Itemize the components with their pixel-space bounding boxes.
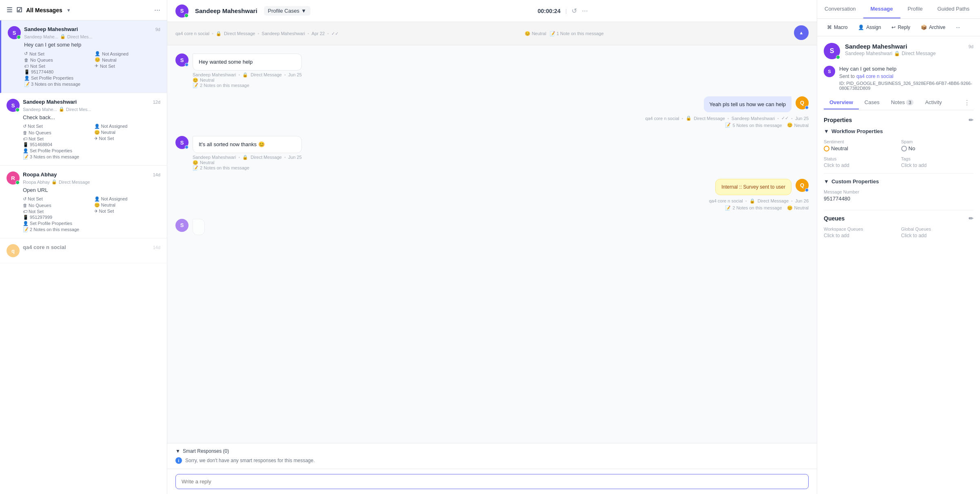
msg-notes[interactable]: 📝2 Notes on this message: [193, 83, 302, 88]
macro-label: Macro: [834, 24, 847, 30]
chat-header-name: Sandeep Maheshwari: [195, 7, 257, 14]
macro-icon: ⌘: [827, 24, 832, 30]
queues-edit-icon[interactable]: ✏: [969, 215, 973, 222]
right-panel: Conversation Message Profile Guided Path…: [817, 0, 980, 494]
smart-responses-toggle[interactable]: ▼ Smart Responses (0): [175, 448, 809, 454]
prop-status: Status Click to add: [824, 156, 896, 168]
status-value[interactable]: Click to add: [824, 162, 896, 168]
message-item: S: [175, 219, 809, 235]
checkbox-icon[interactable]: ☑: [16, 6, 22, 14]
tab-message[interactable]: Message: [863, 0, 900, 18]
conv-name: Sandeep Maheshwari: [24, 26, 78, 32]
archive-button[interactable]: 📦 Archive: [916, 22, 950, 33]
msg-meta: Sandeep Maheshwari • 🔒 Direct Message • …: [193, 72, 302, 78]
info-icon: i: [175, 457, 182, 464]
smart-responses-message: Sorry, we don't have any smart responses…: [185, 458, 315, 463]
user-id: ID: PID_GOOGLE_BUSINESS_326_5928EFB6-6FB…: [839, 81, 973, 91]
workflow-properties-title[interactable]: ▼ Workflow Properties: [824, 128, 973, 134]
more-button[interactable]: ···: [951, 22, 965, 33]
prop-global-queues: Global Queues Click to add: [901, 227, 974, 238]
read-checkmark: ✓✓: [331, 31, 339, 36]
custom-props-list: Message Number 951774480: [824, 189, 973, 202]
msg-notes[interactable]: 📝5 Notes on this message: [725, 122, 782, 128]
chat-header: S Sandeep Maheshwari Profile Cases ▼ 00:…: [167, 0, 817, 22]
conversation-item[interactable]: q qa4 core n social 14d: [0, 238, 167, 263]
global-queues-value[interactable]: Click to add: [901, 233, 974, 238]
workflow-props-grid: Sentiment Neutral Spam No: [824, 139, 973, 168]
msg-channel: Direct Message: [758, 198, 789, 203]
tab-profile[interactable]: Profile: [900, 0, 930, 18]
conv-time: 14d: [153, 245, 160, 250]
profile-cases-dropdown[interactable]: Profile Cases ▼: [264, 6, 310, 16]
profile-cases-label: Profile Cases: [268, 8, 299, 14]
sidebar: ☰ ☑ All Messages ▼ ··· S Sandeep Maheshw…: [0, 0, 167, 494]
reply-input[interactable]: [175, 474, 809, 489]
sentiment-label: 😊 Neutral: [525, 31, 546, 36]
tab-activity[interactable]: Activity: [919, 96, 947, 109]
tab-guided-paths[interactable]: Guided Paths: [930, 0, 977, 18]
dropdown-arrow-icon[interactable]: ▼: [67, 8, 71, 13]
tags-value[interactable]: Click to add: [901, 162, 974, 168]
archive-label: Archive: [929, 24, 945, 30]
conv-meta-phone: 📱 951774480: [24, 69, 90, 75]
msg-date: Jun 25: [795, 116, 809, 121]
lock-icon: 🔒: [60, 34, 66, 39]
assign-icon: 👤: [858, 24, 864, 30]
section-tabs-more[interactable]: ⋮: [960, 96, 973, 110]
custom-properties-title[interactable]: ▼ Custom Properties: [824, 178, 973, 185]
smart-responses-panel: ▼ Smart Responses (0) i Sorry, we don't …: [167, 443, 817, 469]
msg-bubble: Hey wanted some help: [193, 53, 302, 71]
timer: 00:00:24: [538, 8, 561, 14]
workspace-queues-value[interactable]: Click to add: [824, 233, 896, 238]
prop-spam: Spam No: [901, 139, 974, 151]
conversation-item[interactable]: S Sandeep Maheshwari 9d Sandeep Mahe... …: [0, 20, 167, 93]
conversation-item[interactable]: S Sandeep Maheshwari 12d Sandeep Mahe...…: [0, 93, 167, 166]
refresh-icon[interactable]: ↺: [572, 7, 577, 15]
sent-to-link[interactable]: qa4 core n social: [856, 73, 894, 79]
msg-content: Yeah pls tell us how we can help: [704, 96, 792, 113]
scroll-to-top-button[interactable]: ▲: [794, 25, 809, 40]
user-info-header: S Sandeep Maheshwari 9d Sandeep Maheshwa…: [824, 43, 973, 59]
separator: [824, 210, 973, 210]
msg-sentiment: 😊Neutral: [787, 205, 809, 211]
channel-label: Direct Message: [224, 31, 255, 36]
conv-meta-tag: 🏷 Not Set: [24, 63, 90, 69]
chat-header-center: 00:00:24 | ↺ ···: [317, 7, 809, 15]
prop-message-number: Message Number 951774480: [824, 189, 973, 202]
tab-cases[interactable]: Cases: [859, 96, 885, 109]
conv-meta-sentiment: 😊 Neutral: [95, 57, 160, 62]
menu-icon[interactable]: ☰: [7, 6, 12, 14]
msg-notes[interactable]: 📝2 Notes on this message: [725, 205, 782, 211]
msg-date: Jun 25: [288, 155, 302, 160]
conv-name: Sandeep Maheshwari: [23, 99, 77, 105]
lock-small-icon: 🔒: [216, 31, 222, 36]
prop-workspace-queues: Workspace Queues Click to add: [824, 227, 896, 238]
msg-sentiment: 😊Neutral: [193, 160, 302, 165]
msg-channel: Direct Message: [251, 72, 282, 77]
msg-notes[interactable]: 📝2 Notes on this message: [193, 165, 302, 171]
conv-sub: Sandeep Mahe... 🔒 Direct Mes...: [23, 107, 160, 112]
dropdown-icon: ▼: [301, 8, 306, 14]
msg-text: Internal :: Survey sent to user: [721, 184, 785, 190]
chat-area: S Sandeep Maheshwari Profile Cases ▼ 00:…: [167, 0, 817, 494]
tab-overview[interactable]: Overview: [824, 96, 859, 109]
conversation-item[interactable]: R Roopa Abhay 14d Roopa Abhay 🔒 Direct M…: [0, 166, 167, 238]
tab-notes[interactable]: Notes 3: [885, 96, 920, 109]
tab-conversation[interactable]: Conversation: [817, 0, 863, 18]
channel-badge: [805, 106, 809, 109]
reply-button[interactable]: ↩ Reply: [887, 22, 915, 33]
source-name: qa4 core n social: [175, 31, 209, 36]
properties-edit-icon[interactable]: ✏: [969, 117, 973, 123]
more-icon: ···: [956, 24, 960, 30]
conv-sub: Roopa Abhay 🔒 Direct Message: [23, 179, 160, 185]
chat-top-bar: qa4 core n social • 🔒 Direct Message • S…: [167, 22, 817, 45]
conv-name: qa4 core n social: [23, 244, 66, 250]
msg-content: Internal :: Survey sent to user: [715, 179, 792, 195]
conv-content: Roopa Abhay 14d Roopa Abhay 🔒 Direct Mes…: [23, 171, 160, 232]
macro-button[interactable]: ⌘ Macro: [822, 22, 852, 33]
channel-badge: [185, 145, 188, 149]
sidebar-more-icon[interactable]: ···: [154, 6, 160, 14]
all-messages-label[interactable]: All Messages: [26, 7, 62, 13]
assign-button[interactable]: 👤 Assign: [853, 22, 886, 33]
chat-more-icon[interactable]: ···: [582, 7, 588, 15]
